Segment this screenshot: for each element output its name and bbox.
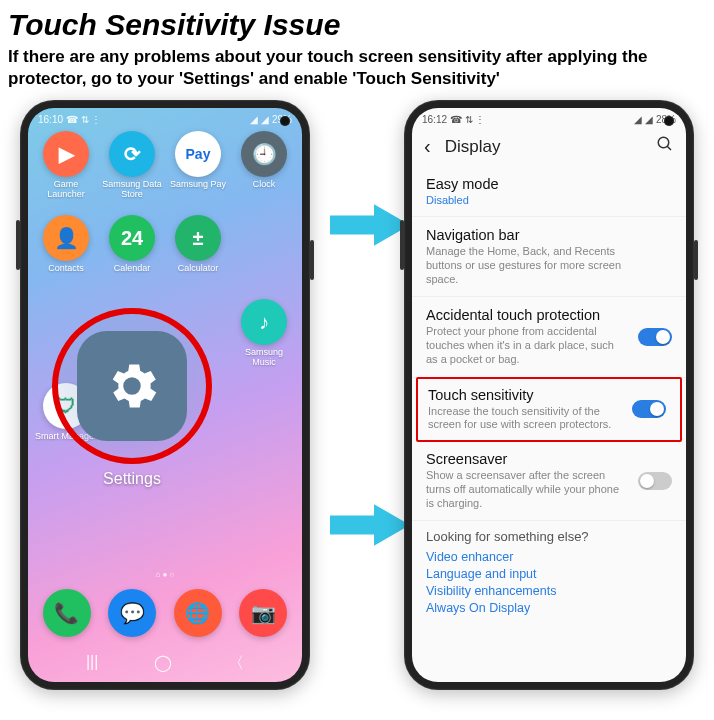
setting-row-screensaver[interactable]: ScreensaverShow a screensaver after the … (412, 441, 686, 521)
app-clock[interactable]: 🕘Clock (232, 131, 296, 213)
settings-highlight: Settings (42, 308, 222, 488)
dock-app[interactable]: 📞 (43, 589, 91, 637)
svg-marker-0 (330, 204, 410, 246)
setting-row-navigation-bar[interactable]: Navigation barManage the Home, Back, and… (412, 217, 686, 297)
arrow-icon (330, 200, 410, 250)
setting-desc: Show a screensaver after the screen turn… (426, 469, 672, 510)
app-icon: Pay (175, 131, 221, 177)
app-icon: ± (175, 215, 221, 261)
app-label: Clock (253, 180, 276, 190)
phone-left-frame: 16:10 ☎ ⇅ ⋮ ◢ ◢ 29% ▶Game Launcher⟳Samsu… (20, 100, 310, 690)
nav-recents-icon[interactable]: ||| (86, 653, 98, 674)
status-time: 16:12 ☎ ⇅ ⋮ (422, 114, 485, 125)
app-samsung-data-store[interactable]: ⟳Samsung Data Store (100, 131, 164, 213)
app-contacts[interactable]: 👤Contacts (34, 215, 98, 297)
toggle-switch[interactable] (638, 472, 672, 490)
app-label: Game Launcher (34, 180, 98, 200)
page-subtitle: If there are any problems about your tou… (0, 46, 714, 100)
app-game-launcher[interactable]: ▶Game Launcher (34, 131, 98, 213)
nav-back-icon[interactable]: 〈 (228, 653, 244, 674)
settings-list: Easy modeDisabledNavigation barManage th… (412, 166, 686, 521)
dock: 📞💬🌐📷 (28, 581, 302, 647)
app-icon: ♪ (241, 299, 287, 345)
home-screen: 16:10 ☎ ⇅ ⋮ ◢ ◢ 29% ▶Game Launcher⟳Samsu… (28, 108, 302, 682)
page-title: Touch Sensitivity Issue (0, 0, 714, 46)
stage: 16:10 ☎ ⇅ ⋮ ◢ ◢ 29% ▶Game Launcher⟳Samsu… (0, 100, 714, 690)
back-icon[interactable]: ‹ (424, 135, 431, 158)
search-icon[interactable] (656, 135, 674, 158)
app-icon: 24 (109, 215, 155, 261)
app-label: Samsung Data Store (100, 180, 164, 200)
app-spacer (232, 215, 296, 297)
app-calculator[interactable]: ±Calculator (166, 215, 230, 297)
settings-circle-icon (52, 308, 212, 464)
setting-row-accidental-touch-protection[interactable]: Accidental touch protectionProtect your … (412, 297, 686, 377)
setting-title: Accidental touch protection (426, 307, 672, 323)
dock-app[interactable]: 📷 (239, 589, 287, 637)
setting-row-touch-sensitivity[interactable]: Touch sensitivityIncrease the touch sens… (416, 377, 682, 443)
svg-line-3 (667, 146, 671, 150)
app-label: Samsung Pay (170, 180, 226, 190)
svg-marker-1 (330, 504, 410, 546)
setting-title: Screensaver (426, 451, 672, 467)
footer-link-visibility-enhancements[interactable]: Visibility enhancements (426, 584, 672, 598)
app-label: Samsung Music (232, 348, 296, 368)
settings-label: Settings (103, 470, 161, 488)
display-settings-screen: 16:12 ☎ ⇅ ⋮ ◢ ◢ 28% ‹ Display Easy modeD… (412, 108, 686, 682)
app-label: Calendar (114, 264, 151, 274)
dock-app[interactable]: 💬 (108, 589, 156, 637)
toggle-switch[interactable] (632, 400, 666, 418)
setting-title: Easy mode (426, 176, 672, 192)
app-samsung-music[interactable]: ♪Samsung Music (232, 299, 296, 381)
footer-link-always-on-display[interactable]: Always On Display (426, 601, 672, 615)
nav-home-icon[interactable]: ◯ (154, 653, 172, 674)
setting-status: Disabled (426, 194, 672, 206)
setting-title: Touch sensitivity (428, 387, 670, 403)
nav-bar: ||| ◯ 〈 (28, 647, 302, 682)
svg-point-2 (658, 137, 669, 148)
settings-header-title: Display (445, 137, 501, 157)
app-icon: ▶ (43, 131, 89, 177)
toggle-switch[interactable] (638, 328, 672, 346)
app-calendar[interactable]: 24Calendar (100, 215, 164, 297)
page-indicator: ⌂ ● ○ (28, 568, 302, 581)
settings-header: ‹ Display (412, 127, 686, 166)
settings-app-icon[interactable] (77, 331, 187, 441)
app-icon: ⟳ (109, 131, 155, 177)
footer-links: Looking for something else? Video enhanc… (412, 521, 686, 632)
app-icon: 🕘 (241, 131, 287, 177)
app-label: Calculator (178, 264, 219, 274)
footer-title: Looking for something else? (426, 529, 672, 544)
dock-app[interactable]: 🌐 (174, 589, 222, 637)
status-time: 16:10 ☎ ⇅ ⋮ (38, 114, 101, 125)
setting-desc: Manage the Home, Back, and Recents butto… (426, 245, 672, 286)
footer-link-language-and-input[interactable]: Language and input (426, 567, 672, 581)
app-samsung-pay[interactable]: PaySamsung Pay (166, 131, 230, 213)
status-bar: 16:10 ☎ ⇅ ⋮ ◢ ◢ 29% (28, 108, 302, 127)
arrow-icon (330, 500, 410, 550)
app-icon: 👤 (43, 215, 89, 261)
setting-desc: Protect your phone from accidental touch… (426, 325, 672, 366)
app-label: Contacts (48, 264, 84, 274)
setting-row-easy-mode[interactable]: Easy modeDisabled (412, 166, 686, 217)
setting-title: Navigation bar (426, 227, 672, 243)
footer-link-video-enhancer[interactable]: Video enhancer (426, 550, 672, 564)
phone-right-frame: 16:12 ☎ ⇅ ⋮ ◢ ◢ 28% ‹ Display Easy modeD… (404, 100, 694, 690)
status-bar: 16:12 ☎ ⇅ ⋮ ◢ ◢ 28% (412, 108, 686, 127)
